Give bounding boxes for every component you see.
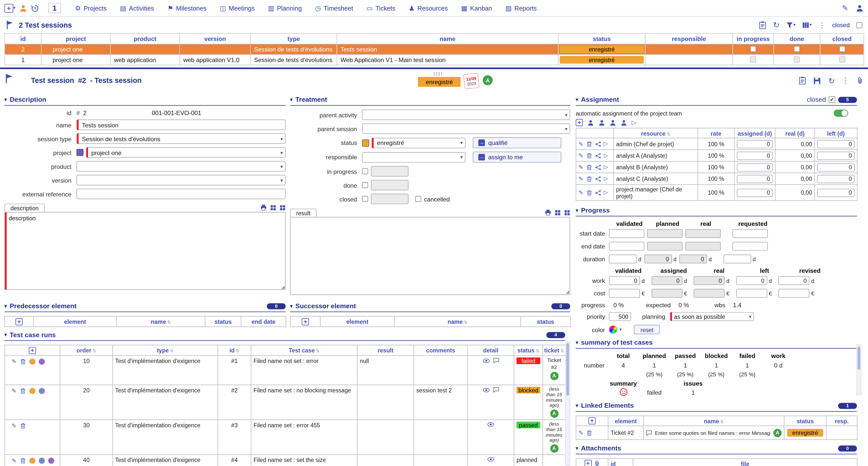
closed-checkbox[interactable] — [839, 46, 845, 52]
col-resource[interactable]: resource⇅ — [614, 128, 698, 138]
assigned-input[interactable]: 0 — [737, 163, 773, 171]
attachment-icon[interactable] — [857, 77, 864, 84]
more-menu-icon[interactable]: ⋮ — [818, 21, 826, 29]
col-element[interactable]: element — [608, 416, 644, 426]
assignment-row[interactable]: ✎▷ analyst B (Analyste) 100 % 0 0,00 0 — [576, 161, 857, 173]
detail-icon[interactable]: ▷ — [604, 153, 608, 158]
test-run-row[interactable]: ✎ 40 Test d'implémentation d'exigence #4… — [5, 455, 565, 466]
result-textarea[interactable]: ◢ — [290, 217, 570, 295]
layout-icon[interactable] — [270, 205, 276, 211]
col-assigned[interactable]: assigned (d) — [734, 128, 775, 138]
reset-color-button[interactable]: reset — [634, 325, 660, 334]
print-icon[interactable] — [260, 204, 267, 211]
find-resource-icon[interactable] — [620, 119, 627, 126]
delete-icon[interactable] — [586, 164, 592, 170]
edit-icon[interactable]: ✎ — [579, 190, 583, 195]
delete-icon[interactable] — [20, 423, 26, 429]
col-product[interactable]: product — [110, 33, 180, 44]
share-icon[interactable] — [595, 176, 601, 182]
version-select[interactable] — [76, 175, 286, 185]
caret-icon[interactable]: ▾ — [619, 327, 622, 332]
col-detail[interactable]: detail — [467, 345, 514, 355]
columns-icon[interactable]: ▾ — [802, 21, 811, 29]
parent-session-select[interactable] — [362, 123, 570, 134]
name-input[interactable]: Tests session — [76, 120, 286, 130]
product-select[interactable] — [76, 161, 286, 172]
refresh-icon[interactable]: ↻ — [828, 76, 835, 85]
menu-milestones[interactable]: ⚑Milestones — [167, 4, 207, 12]
layout-icon[interactable] — [279, 205, 285, 211]
done-checkbox[interactable] — [794, 46, 800, 52]
comment-icon[interactable] — [493, 358, 499, 364]
collapse-icon[interactable]: ▾ — [4, 97, 7, 102]
favorites-icon[interactable] — [19, 4, 27, 12]
ticket-link[interactable]: #2 — [551, 365, 557, 371]
edit-icon[interactable]: ✎ — [11, 423, 16, 429]
collapse-icon[interactable]: ▾ — [4, 303, 7, 309]
test-run-row[interactable]: ✎ 30 Test d'implémentation d'exigence #3… — [5, 420, 565, 455]
add-test-run-button[interactable]: + — [29, 347, 36, 354]
col-in-progress[interactable]: in progress — [733, 33, 774, 44]
user-icon[interactable] — [856, 4, 864, 12]
view-icon[interactable] — [487, 457, 494, 462]
color-picker[interactable] — [609, 325, 617, 334]
collapse-icon[interactable]: ▾ — [576, 97, 578, 102]
col-id[interactable]: id — [5, 33, 41, 44]
drag-handle[interactable] — [433, 72, 442, 76]
print-icon[interactable] — [545, 209, 551, 216]
col-project[interactable]: project — [41, 33, 110, 44]
view-icon[interactable] — [483, 387, 490, 393]
detail-icon[interactable]: ▷ — [604, 141, 608, 147]
menu-resources[interactable]: ♟Resources — [409, 4, 448, 12]
col-name[interactable]: name⇅ — [644, 416, 784, 426]
layout-icon[interactable] — [555, 210, 561, 216]
col-element[interactable]: element — [320, 316, 394, 327]
col-result[interactable]: result — [358, 345, 414, 355]
refresh-icon[interactable]: ↻ — [773, 21, 779, 29]
menu-activities[interactable]: ▤Activities — [120, 4, 154, 12]
col-id[interactable]: id⇅ — [218, 345, 251, 355]
assignment-row[interactable]: ✎▷ analyst A (Analyste) 100 % 0 0,00 0 — [576, 150, 857, 161]
more-menu-icon[interactable]: ⋮ — [842, 77, 849, 84]
col-type[interactable]: type — [251, 33, 337, 44]
add-predecessor-button[interactable]: + — [16, 318, 23, 325]
test-runs-scrollbar[interactable] — [565, 341, 570, 466]
col-id[interactable]: id — [608, 459, 633, 466]
assigned-input[interactable]: 0 — [737, 151, 773, 159]
run-action-icon[interactable] — [39, 359, 45, 365]
open-items-count[interactable]: 1 — [48, 3, 61, 13]
work-validated-input[interactable]: 0 — [609, 276, 640, 285]
attachment-icon[interactable] — [594, 461, 600, 466]
run-status-icon[interactable] — [29, 359, 35, 365]
save-icon[interactable] — [813, 76, 821, 85]
work-revised-input[interactable]: 0 — [778, 276, 809, 285]
expand-icon[interactable]: ▷ — [631, 120, 636, 126]
run-status-icon[interactable] — [29, 388, 35, 394]
menu-planning[interactable]: ▥Planning — [268, 4, 302, 12]
table-row[interactable]: 1 project one web application web applic… — [5, 55, 864, 65]
assignment-row[interactable]: ✎▷ project manager (Chef de projet) 100 … — [576, 185, 857, 201]
in-progress-checkbox[interactable] — [750, 46, 756, 52]
col-type[interactable]: type⇅ — [113, 345, 218, 355]
edit-icon[interactable]: ✎ — [579, 164, 583, 170]
col-name[interactable]: name — [337, 33, 558, 44]
collapse-icon[interactable]: ▾ — [576, 403, 578, 408]
history-icon[interactable] — [31, 4, 39, 12]
delete-icon[interactable] — [20, 359, 26, 365]
col-done[interactable]: done — [774, 33, 820, 44]
run-action-icon[interactable] — [39, 458, 45, 464]
menu-kanban[interactable]: ▦Kanban — [461, 4, 492, 12]
cost-validated-input[interactable] — [609, 289, 640, 298]
cost-left-input[interactable] — [736, 289, 767, 298]
comment-icon[interactable] — [493, 387, 499, 393]
delete-icon[interactable] — [586, 141, 592, 147]
menu-projects[interactable]: ⚙Projects — [75, 4, 106, 12]
description-textarea[interactable]: descrption◢ — [4, 212, 286, 290]
external-reference-input[interactable] — [76, 189, 286, 199]
add-attachment-button[interactable]: + — [584, 460, 592, 466]
detail-icon[interactable]: ▷ — [604, 164, 608, 170]
col-order[interactable]: order⇅ — [60, 345, 113, 355]
responsible-select[interactable] — [362, 152, 466, 162]
linked-name[interactable]: Enter some quotes on filed names : error… — [655, 430, 771, 436]
edit-icon[interactable]: ✎ — [11, 388, 16, 394]
